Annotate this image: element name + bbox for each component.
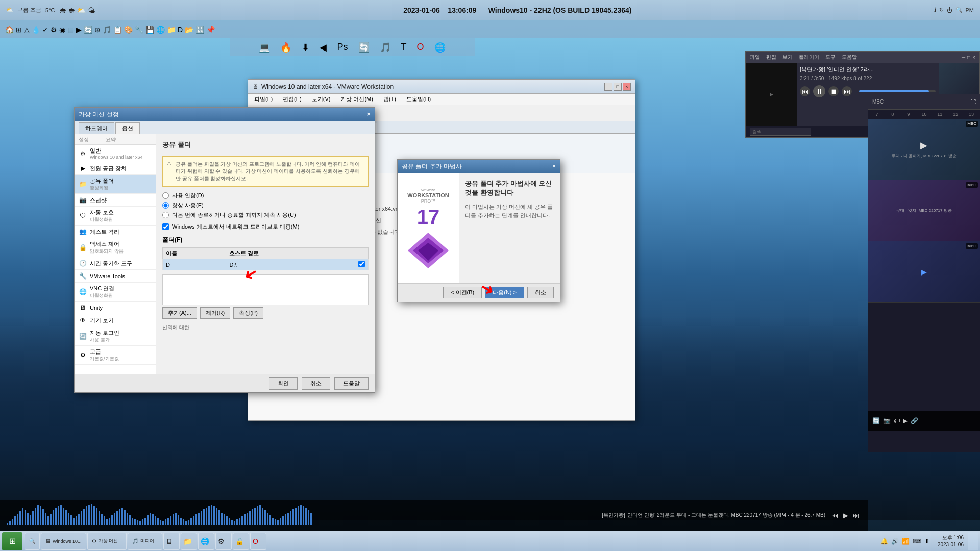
- vp-icon-3[interactable]: 🏷: [894, 417, 900, 424]
- tb-icon-5[interactable]: ✓: [42, 26, 48, 34]
- tb-app-5[interactable]: 🔒: [233, 533, 249, 550]
- vp-icon-1[interactable]: 🔄: [872, 417, 880, 424]
- tray-icon-5[interactable]: ⬆: [924, 538, 929, 545]
- player-minimize[interactable]: ─: [962, 55, 965, 60]
- sidebar-item-device-view[interactable]: 👁 기기 보기: [75, 314, 156, 327]
- tb-icon-19[interactable]: D: [178, 26, 183, 34]
- remove-folder-btn[interactable]: 제거(R): [200, 307, 230, 319]
- tray-icon-4[interactable]: ⌨: [913, 538, 921, 545]
- sidebar-item-unity[interactable]: 🖥 Unity: [75, 302, 156, 314]
- menu-tools[interactable]: 도구: [825, 54, 836, 61]
- app-icon-7[interactable]: 🎵: [380, 42, 391, 53]
- tb-icon-15[interactable]: 🔧: [135, 26, 143, 34]
- close-btn[interactable]: ×: [623, 83, 631, 91]
- cancel-wizard-btn[interactable]: 취소: [527, 287, 554, 298]
- tb-app-1[interactable]: 🖥: [163, 533, 180, 550]
- menu-file-vm[interactable]: 파일(F): [252, 94, 275, 104]
- app-icon-4[interactable]: ◀: [320, 42, 327, 53]
- tb-icon-2[interactable]: ⊞: [16, 26, 22, 34]
- app-icon-1[interactable]: 💻: [259, 42, 270, 53]
- bottom-prev[interactable]: ⏮: [831, 511, 839, 519]
- tb-icon-18[interactable]: 📁: [167, 26, 176, 34]
- sidebar-item-access-control[interactable]: 🔒 액세스 제어 암호화되지 않음: [75, 238, 156, 257]
- stop-btn[interactable]: ⏹: [828, 86, 839, 96]
- radio-disabled-input[interactable]: [162, 192, 169, 199]
- video-thumb-1[interactable]: ▶ 무대 - 나 올아가, MBC 220731 방송 MBC: [868, 119, 980, 180]
- tb-app-3[interactable]: 🌐: [198, 533, 214, 550]
- tb-icon-20[interactable]: 📂: [185, 26, 193, 34]
- tb-app-2[interactable]: 📁: [181, 533, 197, 550]
- app-icon-10[interactable]: 🌐: [434, 42, 446, 53]
- video-thumb-3[interactable]: ▶ MBC: [868, 241, 980, 303]
- tb-icon-14[interactable]: 🎨: [124, 26, 133, 34]
- info-icon[interactable]: ℹ: [934, 7, 936, 13]
- menu-vm[interactable]: 가상 머신(M): [338, 94, 375, 104]
- prev-wizard-btn[interactable]: < 이전(B): [443, 287, 482, 298]
- menu-view-vm[interactable]: 보기(V): [310, 94, 333, 104]
- help-btn[interactable]: 도움말: [334, 377, 369, 390]
- fullscreen-btn[interactable]: ⛶: [971, 99, 976, 105]
- player-search-input[interactable]: [750, 128, 811, 136]
- taskbar-item-1[interactable]: 🔍: [24, 533, 40, 550]
- prev-btn[interactable]: ⏮: [800, 86, 810, 96]
- menu-file[interactable]: 파일: [750, 54, 760, 61]
- search-icon[interactable]: 🔍: [955, 7, 963, 13]
- table-row[interactable]: D D:\: [163, 259, 369, 270]
- app-icon-3[interactable]: ⬇: [302, 42, 309, 53]
- tray-icon-2[interactable]: 🔊: [891, 538, 899, 545]
- power-icon[interactable]: ⏻: [947, 7, 952, 13]
- radio-until-input[interactable]: [162, 212, 169, 218]
- sidebar-item-general[interactable]: ⚙ 일반 Windows 10 and later x64: [75, 145, 156, 162]
- app-icon-2[interactable]: 🔥: [280, 42, 291, 53]
- tab-hardware[interactable]: 하드웨어: [79, 122, 114, 134]
- menu-view[interactable]: 보기: [782, 54, 793, 61]
- tb-icon-1[interactable]: 🏠: [5, 26, 14, 34]
- ok-btn[interactable]: 확인: [269, 377, 298, 390]
- maximize-btn[interactable]: □: [614, 83, 622, 91]
- player-maximize[interactable]: □: [967, 55, 970, 60]
- tb-app-6[interactable]: O: [250, 533, 266, 550]
- menu-edit-vm[interactable]: 편집(E): [281, 94, 304, 104]
- show-desktop-btn[interactable]: [968, 532, 978, 550]
- tb-icon-9[interactable]: ▶: [76, 26, 82, 34]
- sidebar-item-advanced[interactable]: ⚙ 고급 기본값/기본값: [75, 346, 156, 365]
- player-close[interactable]: ×: [972, 55, 975, 60]
- refresh-icon[interactable]: ↻: [939, 7, 944, 13]
- minimize-btn[interactable]: ─: [604, 83, 612, 91]
- tab-options[interactable]: 옵션: [115, 122, 140, 134]
- app-icon-5[interactable]: Ps: [337, 42, 348, 53]
- folder-enabled-checkbox[interactable]: [358, 261, 365, 267]
- radio-until-shutdown[interactable]: 다음 번에 종료하거나 종료할 때까지 계속 사용(U): [162, 211, 369, 219]
- menu-help[interactable]: 도움말: [842, 54, 857, 61]
- sidebar-item-auto-protect[interactable]: 🛡 자동 보호 비활성화됨: [75, 207, 156, 226]
- tb-icon-22[interactable]: 📌: [206, 26, 215, 34]
- sidebar-item-guest-isolation[interactable]: 👥 게스트 격리: [75, 226, 156, 238]
- progress-bar[interactable]: [859, 90, 936, 92]
- sidebar-item-snapshot[interactable]: 📷 스냅샷: [75, 194, 156, 207]
- menu-help-vm[interactable]: 도움말(H): [404, 94, 433, 104]
- taskbar-item-2[interactable]: 🖥 Windows 10...: [41, 533, 86, 550]
- tb-icon-13[interactable]: 📋: [113, 26, 122, 34]
- network-drive-checkbox[interactable]: Windows 게스트에서 네트워크 드라이브로 매핑(M): [162, 223, 369, 231]
- sidebar-item-vmware-tools[interactable]: 🔧 VMware Tools: [75, 270, 156, 283]
- tb-icon-8[interactable]: ▤: [67, 26, 74, 34]
- menu-player[interactable]: 플레이어: [799, 54, 819, 61]
- tray-icon-1[interactable]: 🔔: [880, 538, 888, 545]
- app-icon-9[interactable]: O: [417, 42, 424, 53]
- tb-icon-16[interactable]: 💾: [145, 26, 154, 34]
- cancel-btn[interactable]: 취소: [302, 377, 330, 390]
- tray-icon-3[interactable]: 📶: [902, 538, 910, 545]
- tb-app-4[interactable]: ⚙: [215, 533, 232, 550]
- settings-close[interactable]: ×: [367, 111, 371, 118]
- radio-always-input[interactable]: [162, 202, 169, 209]
- taskbar-item-4[interactable]: 🎵 미디어...: [128, 533, 163, 550]
- sidebar-item-vnc[interactable]: 🌐 VNC 연결 비활성화됨: [75, 283, 156, 302]
- tb-icon-12[interactable]: 🎵: [103, 26, 111, 34]
- vp-icon-4[interactable]: ▶: [903, 417, 908, 424]
- sidebar-item-power[interactable]: ▶ 전원 공급 장치: [75, 162, 156, 175]
- system-clock[interactable]: 오후 1:06 2023-01-06: [934, 534, 968, 548]
- tb-icon-4[interactable]: 💧: [32, 26, 40, 34]
- taskbar-item-3[interactable]: ⚙ 가상 머신...: [87, 533, 127, 550]
- network-drive-input[interactable]: [162, 223, 169, 230]
- app-icon-6[interactable]: 🔄: [358, 42, 370, 53]
